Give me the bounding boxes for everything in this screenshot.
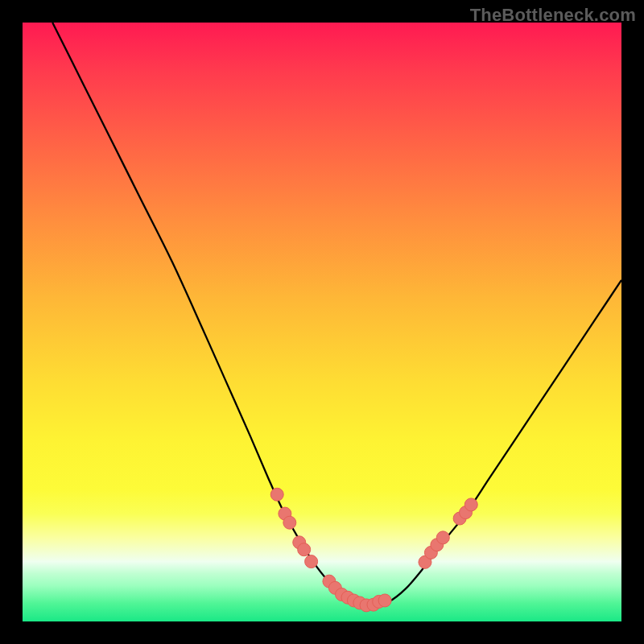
data-marker — [270, 488, 283, 501]
data-marker — [436, 531, 449, 544]
chart-frame: TheBottleneck.com — [0, 0, 644, 644]
chart-svg — [23, 23, 621, 621]
data-marker — [378, 594, 391, 607]
data-marker — [283, 516, 296, 529]
plot-area — [23, 23, 621, 621]
watermark: TheBottleneck.com — [470, 5, 636, 26]
data-markers — [270, 488, 477, 612]
data-marker — [464, 498, 477, 511]
data-marker — [305, 555, 318, 568]
data-marker — [298, 543, 311, 556]
bottleneck-curve — [52, 23, 621, 606]
